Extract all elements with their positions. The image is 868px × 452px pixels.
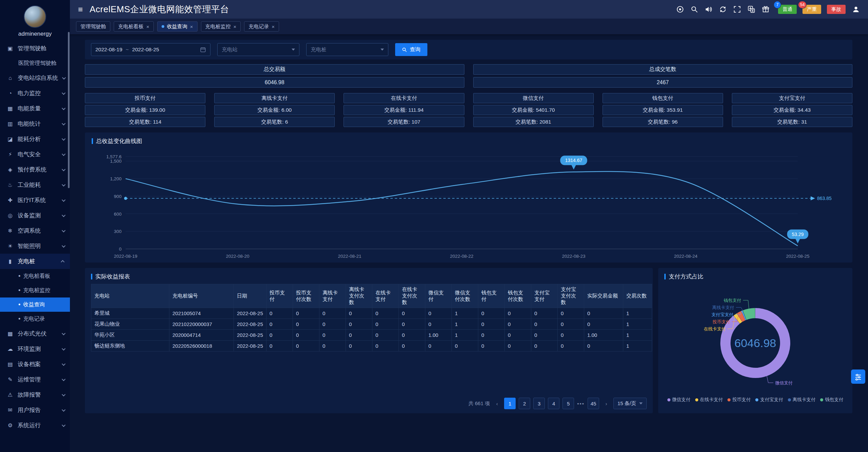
sidebar-subitem[interactable]: •收益查询 <box>0 297 70 312</box>
fullscreen-icon[interactable] <box>733 5 741 13</box>
close-icon[interactable]: × <box>234 24 237 29</box>
column-header: 交易次数 <box>623 284 652 308</box>
pagination-ellipsis[interactable]: ••• <box>577 401 585 406</box>
sidebar-item-fault-alarm[interactable]: ⚠故障报警 <box>0 387 70 402</box>
payment-cards-row: 投币支付交易金额: 139.00交易笔数: 114离线卡支付交易金额: 6.00… <box>85 93 852 127</box>
sidebar-item-device-archive[interactable]: ▤设备档案 <box>0 357 70 372</box>
sidebar-item-industrial-energy[interactable]: ♨工业能耗 <box>0 177 70 193</box>
page-button-4[interactable]: 4 <box>548 398 559 409</box>
prev-page-button[interactable]: ‹ <box>493 398 501 409</box>
legend-item-在线卡支付[interactable]: 在线卡支付 <box>695 397 723 403</box>
sidebar-item-distributed-pv[interactable]: ▩分布式光伏 <box>0 326 70 341</box>
sidebar-item-user-report[interactable]: ✉用户报告 <box>0 402 70 418</box>
tab-管理驾驶舱[interactable]: 管理驾驶舱 <box>76 21 110 32</box>
refresh-icon[interactable] <box>719 5 727 13</box>
payment-card-title: 钱包支付 <box>603 93 723 103</box>
table-cell: 1 <box>623 341 652 351</box>
search-icon[interactable] <box>690 5 698 13</box>
tab-充电记录[interactable]: 充电记录× <box>244 21 279 32</box>
sidebar-item-label: 电力监控 <box>18 89 41 97</box>
translate-icon[interactable] <box>747 5 755 13</box>
tab-收益查询[interactable]: 收益查询× <box>157 21 198 32</box>
legend-item-离线卡支付[interactable]: 离线卡支付 <box>788 397 816 403</box>
date-range-picker[interactable]: 2022-08-19 ~ 2022-08-25 <box>91 43 210 56</box>
table-cell: 0 <box>293 341 319 351</box>
chevron-down-icon <box>62 346 66 350</box>
sidebar-item-prepaid-system[interactable]: ◈预付费系统 <box>0 162 70 177</box>
legend-item-微信支付[interactable]: 微信支付 <box>667 397 690 403</box>
close-icon[interactable]: × <box>190 24 193 29</box>
donut-slice-在线卡支付[interactable] <box>737 318 739 320</box>
sidebar-item-consumption-analysis[interactable]: ◪能耗分析 <box>0 131 70 147</box>
legend-item-投币支付[interactable]: 投币支付 <box>727 397 751 403</box>
user-avatar[interactable] <box>24 5 46 28</box>
header: ≡ AcrelEMS企业微电网能效管理平台 普通7严重54事故 <box>70 0 868 19</box>
sidebar-subitem[interactable]: •充电记录 <box>0 312 70 326</box>
legend-dot <box>820 398 823 401</box>
page-button-1[interactable]: 1 <box>504 398 516 409</box>
sidebar-subitem[interactable]: •充电桩监控 <box>0 283 70 297</box>
query-button[interactable]: 查询 <box>395 43 427 56</box>
quick-settings-button[interactable] <box>851 369 865 384</box>
power-quality-icon: ▦ <box>7 105 14 112</box>
tab-充电桩监控[interactable]: 充电桩监控× <box>201 21 241 32</box>
sidebar-item-substation[interactable]: ⌂变电站综自系统 <box>0 70 70 86</box>
end-date[interactable]: 2022-08-25 <box>132 47 159 53</box>
donut-callout-label: 微信支付 <box>775 380 793 385</box>
alarm-badge-normal[interactable]: 普通7 <box>778 5 797 14</box>
sidebar-item-medical-it[interactable]: ✚医疗IT系统 <box>0 193 70 208</box>
page-button-3[interactable]: 3 <box>533 398 545 409</box>
chevron-down-icon <box>639 402 643 404</box>
table-cell: 0 <box>319 319 346 330</box>
total-amount-value: 6046.98 <box>85 77 464 88</box>
sidebar-item-label: 充电桩 <box>18 257 35 265</box>
tab-充电桩看板[interactable]: 充电桩看板× <box>114 21 154 32</box>
start-date[interactable]: 2022-08-19 <box>95 47 122 53</box>
donut-callout-line <box>736 307 743 310</box>
donut-slice-投币支付[interactable] <box>740 315 743 318</box>
legend-item-钱包支付[interactable]: 钱包支付 <box>820 397 843 403</box>
revenue-line-chart: 03006009001,2001,5001,577.62022-08-19202… <box>92 146 846 260</box>
sidebar-item-energy-statistics[interactable]: ▥电能统计 <box>0 116 70 131</box>
legend-label: 投币支付 <box>732 397 751 403</box>
alarm-badge-accident[interactable]: 事故 <box>827 5 846 14</box>
alarm-badge-serious[interactable]: 严重54 <box>802 5 821 14</box>
sidebar-item-power-quality[interactable]: ▦电能质量 <box>0 101 70 116</box>
app-title: AcrelEMS企业微电网能效管理平台 <box>90 3 229 15</box>
menu-toggle-icon[interactable]: ≡ <box>78 5 83 14</box>
sidebar-item-smart-lighting[interactable]: ☀智能照明 <box>0 238 70 254</box>
page-size-select[interactable]: 15 条/页 <box>613 398 647 409</box>
donut-slice-钱包支付[interactable] <box>744 313 755 315</box>
y-axis-tick: 600 <box>114 212 122 217</box>
table-header-row: 充电站充电桩编号日期投币支付投币支付次数离线卡支付离线卡支付次数在线卡支付在线卡… <box>91 284 652 308</box>
page-button-5[interactable]: 5 <box>562 398 574 409</box>
sidebar-scrollbar[interactable] <box>68 32 70 188</box>
close-icon[interactable]: × <box>146 24 149 29</box>
sidebar-item-electrical-safety[interactable]: ⚡电气安全 <box>0 147 70 162</box>
pile-select[interactable]: 充电桩 <box>306 43 388 56</box>
sound-icon[interactable] <box>705 5 713 13</box>
sidebar-item-ops-management[interactable]: ✎运维管理 <box>0 372 70 387</box>
sidebar-subitem[interactable]: •充电桩看板 <box>0 269 70 283</box>
close-icon[interactable]: × <box>272 24 275 29</box>
sidebar-item-system-operation[interactable]: ⚙系统运行 <box>0 418 70 433</box>
legend-item-支付宝支付[interactable]: 支付宝支付 <box>755 397 783 403</box>
sidebar-item-cockpit[interactable]: ▣管理驾驶舱 <box>0 41 70 56</box>
next-page-button[interactable]: › <box>602 398 610 409</box>
user-avatar-icon[interactable] <box>852 5 860 13</box>
screen-icon[interactable] <box>676 5 684 13</box>
alarm-badges: 普通7严重54事故 <box>778 5 846 14</box>
gift-icon[interactable] <box>762 5 770 13</box>
sidebar-item-charging-pile[interactable]: ▮充电桩 <box>0 254 70 269</box>
table-cell: 0 <box>372 308 399 319</box>
page-button-2[interactable]: 2 <box>519 398 530 409</box>
sidebar-item-power-monitoring[interactable]: ◔电力监控 <box>0 86 70 101</box>
sidebar-item-hvac[interactable]: ❄空调系统 <box>0 223 70 238</box>
donut-slice-支付宝支付[interactable] <box>743 315 744 315</box>
station-select[interactable]: 充电站 <box>217 43 299 56</box>
sidebar-item-device-monitoring[interactable]: ◎设备监测 <box>0 208 70 223</box>
sidebar-subitem[interactable]: 医院管理驾驶舱 <box>0 56 70 70</box>
page-button-45[interactable]: 45 <box>588 398 599 409</box>
sidebar-item-environment-monitoring[interactable]: ☁环境监测 <box>0 341 70 357</box>
payment-card-title: 支付宝支付 <box>732 93 852 103</box>
